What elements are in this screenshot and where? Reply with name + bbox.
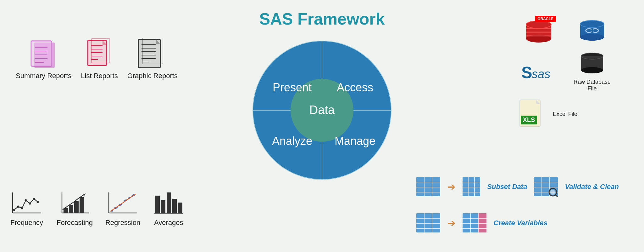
svg-text:Manage: Manage <box>335 135 375 147</box>
excel-file-item: XLS Excel File <box>518 98 613 130</box>
graphic-reports-item: Graphic Reports <box>127 38 178 80</box>
regression-item: Regression <box>105 189 140 227</box>
manage-section: ➔ Subset Data Validate & Clean <box>416 176 619 233</box>
list-reports-icon <box>85 38 114 69</box>
subset-source-table-icon <box>416 176 441 197</box>
svg-marker-48 <box>83 194 86 196</box>
validate-clean-label: Validate & Clean <box>565 183 619 191</box>
raw-db-item: Raw DatabaseFile <box>572 52 613 92</box>
svg-point-37 <box>21 207 23 209</box>
page-title: SAS Framework <box>259 9 385 28</box>
graphic-reports-icon <box>137 38 168 69</box>
frequency-item: Frequency <box>9 189 44 227</box>
create-vars-source-table-icon <box>416 213 441 233</box>
raw-db-label: Raw DatabaseFile <box>574 79 611 92</box>
svg-text:Analyze: Analyze <box>272 135 312 147</box>
svg-text:Present: Present <box>273 81 312 94</box>
svg-point-36 <box>17 206 19 208</box>
svg-point-41 <box>37 201 39 203</box>
svg-rect-92 <box>416 177 440 196</box>
sas-wheel: Present Access Analyze Manage Data <box>243 32 401 189</box>
svg-rect-66 <box>178 203 182 213</box>
analysis-section: Frequency Forecasting <box>9 189 184 227</box>
oracle-db-icon <box>523 19 554 44</box>
svg-point-112 <box>550 190 555 195</box>
svg-rect-98 <box>463 177 480 196</box>
create-variables-label: Create Variables <box>493 219 547 227</box>
svg-rect-63 <box>161 200 165 213</box>
svg-text:sas: sas <box>532 67 550 81</box>
validate-table-icon <box>533 176 558 197</box>
forecasting-icon <box>59 189 90 216</box>
create-vars-result-table-icon <box>462 213 487 233</box>
frequency-label: Frequency <box>10 219 43 227</box>
svg-rect-64 <box>167 192 171 213</box>
svg-point-86 <box>581 67 603 73</box>
svg-rect-120 <box>478 213 486 232</box>
svg-text:Access: Access <box>337 81 373 94</box>
svg-point-40 <box>33 198 35 200</box>
summary-reports-label: Summary Reports <box>16 72 71 80</box>
svg-rect-47 <box>80 197 84 213</box>
oracle-db-wrapper: ORACLE <box>523 19 554 45</box>
sas-logo-item: S sas <box>518 62 559 81</box>
forecasting-label: Forecasting <box>57 219 93 227</box>
svg-point-77 <box>580 34 604 41</box>
oracle-db-item: ORACLE <box>518 19 559 45</box>
svg-text:XLS: XLS <box>523 116 535 123</box>
create-variables-row: ➔ Create Variables <box>416 213 619 233</box>
chain-db-item <box>572 20 613 45</box>
oracle-badge: ORACLE <box>535 16 556 22</box>
wheel-svg: Present Access Analyze Manage Data <box>243 32 401 189</box>
summary-reports-item: Summary Reports <box>16 38 71 80</box>
excel-file-label: Excel File <box>553 111 577 117</box>
summary-reports-icon <box>28 38 59 69</box>
svg-line-61 <box>110 194 136 211</box>
frequency-icon <box>9 189 44 216</box>
svg-point-35 <box>13 209 15 211</box>
svg-text:S: S <box>521 63 532 81</box>
svg-rect-62 <box>155 196 160 213</box>
forecasting-item: Forecasting <box>57 189 93 227</box>
excel-file-icon: XLS <box>518 98 547 130</box>
averages-icon <box>153 189 184 216</box>
regression-icon <box>106 189 140 216</box>
chain-db-icon <box>576 20 608 45</box>
reports-section: Summary Reports List Reports <box>16 38 178 80</box>
list-reports-label: List Reports <box>81 72 118 80</box>
subset-data-label: Subset Data <box>487 183 527 191</box>
raw-db-icon <box>578 52 606 77</box>
list-reports-item: List Reports <box>81 38 118 80</box>
averages-label: Averages <box>154 219 183 227</box>
svg-text:Data: Data <box>309 103 335 117</box>
svg-point-38 <box>25 199 27 202</box>
subset-result-table-icon <box>462 176 481 197</box>
svg-rect-65 <box>172 199 177 213</box>
svg-point-39 <box>29 203 31 205</box>
graphic-reports-label: Graphic Reports <box>127 72 178 80</box>
sas-logo-icon: S sas <box>520 62 558 81</box>
svg-rect-113 <box>416 213 440 232</box>
subset-data-row: ➔ Subset Data Validate & Clean <box>416 176 619 197</box>
averages-item: Averages <box>153 189 184 227</box>
regression-label: Regression <box>105 219 140 227</box>
svg-rect-46 <box>74 201 79 213</box>
svg-rect-45 <box>69 205 73 213</box>
database-section: ORACLE <box>518 19 613 130</box>
